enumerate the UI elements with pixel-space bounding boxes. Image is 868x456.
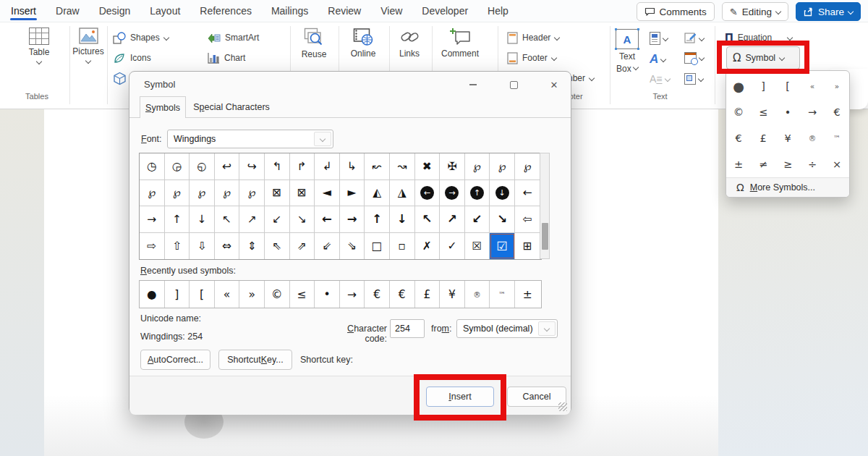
symbol-cell[interactable]: ✠ bbox=[440, 153, 465, 180]
font-dropdown[interactable]: Wingdings bbox=[167, 130, 333, 148]
character-code-input[interactable] bbox=[390, 319, 425, 338]
share-button[interactable]: Share bbox=[796, 2, 861, 21]
cancel-button[interactable]: Cancel bbox=[507, 387, 566, 407]
symbol-cell[interactable]: ⊠ bbox=[265, 180, 290, 207]
symbol-cell[interactable]: ↖ bbox=[215, 206, 240, 233]
symbol-cell[interactable]: ⇙ bbox=[315, 233, 340, 260]
symbol-cell[interactable]: ↝ bbox=[390, 153, 415, 180]
symbol-cell[interactable]: ☑ bbox=[490, 233, 515, 260]
symbol-cell[interactable]: ⊞ bbox=[515, 233, 540, 260]
shapes-button[interactable]: Shapes bbox=[113, 30, 169, 45]
recent-symbol-cell[interactable]: ® bbox=[465, 281, 490, 308]
symbol-cell[interactable]: ↳ bbox=[340, 153, 365, 180]
panel-symbol-cell[interactable]: → bbox=[800, 99, 825, 125]
panel-symbol-cell[interactable]: • bbox=[775, 99, 800, 125]
symbol-cell[interactable]: ↜ bbox=[365, 153, 390, 180]
comment-button[interactable]: Comment bbox=[437, 28, 483, 59]
scrollbar-thumb[interactable] bbox=[542, 223, 548, 250]
recent-symbol-cell[interactable]: ● bbox=[140, 281, 165, 308]
panel-symbol-cell[interactable]: ™ bbox=[825, 125, 849, 151]
panel-symbol-cell[interactable]: ≠ bbox=[751, 151, 775, 177]
menu-tab[interactable]: Layout bbox=[149, 2, 181, 20]
symbol-cell[interactable]: ℘ bbox=[215, 180, 240, 207]
footer-button[interactable]: Footer bbox=[507, 51, 556, 65]
symbol-cell[interactable]: ℘ bbox=[465, 153, 490, 180]
symbol-cell[interactable]: ◶ bbox=[165, 153, 190, 180]
recent-symbol-cell[interactable]: ≤ bbox=[290, 281, 315, 308]
menu-tab[interactable]: View bbox=[380, 2, 403, 20]
symbol-cell[interactable]: ↑ bbox=[165, 206, 190, 233]
symbol-cell[interactable]: ← bbox=[515, 180, 540, 207]
symbol-cell[interactable]: ℘ bbox=[515, 153, 540, 180]
recent-symbol-cell[interactable]: € bbox=[390, 281, 415, 308]
symbol-cell[interactable]: ⇗ bbox=[290, 233, 315, 260]
panel-symbol-cell[interactable]: £ bbox=[751, 125, 775, 151]
symbol-cell[interactable]: ⇖ bbox=[265, 233, 290, 260]
symbol-cell[interactable]: ⇩ bbox=[190, 233, 215, 260]
object-button[interactable] bbox=[684, 73, 703, 85]
recent-symbol-cell[interactable]: → bbox=[340, 281, 365, 308]
symbol-cell[interactable]: ↗ bbox=[239, 206, 265, 233]
panel-symbol-cell[interactable]: ] bbox=[751, 73, 775, 99]
panel-symbol-cell[interactable]: ® bbox=[800, 125, 825, 151]
recent-symbol-cell[interactable]: ™ bbox=[490, 281, 515, 308]
symbol-cell[interactable]: ✓ bbox=[440, 233, 465, 260]
tab-special-characters[interactable]: Special Characters bbox=[186, 96, 277, 118]
panel-symbol-cell[interactable]: ± bbox=[726, 151, 751, 177]
menu-tab[interactable]: References bbox=[199, 2, 252, 20]
recent-symbol-cell[interactable]: [ bbox=[190, 281, 215, 308]
reuse-files-button[interactable]: Reuse bbox=[295, 28, 333, 59]
recent-symbol-cell[interactable]: « bbox=[215, 281, 240, 308]
menu-tab[interactable]: Design bbox=[98, 2, 132, 20]
symbol-cell[interactable]: ℘ bbox=[239, 180, 265, 207]
recent-symbol-cell[interactable]: ] bbox=[165, 281, 190, 308]
comments-button[interactable]: Comments bbox=[637, 2, 715, 21]
panel-symbol-cell[interactable]: € bbox=[825, 99, 849, 125]
symbol-cell[interactable]: ↓ bbox=[190, 206, 215, 233]
symbol-cell[interactable]: ↖ bbox=[415, 206, 441, 233]
symbol-cell[interactable]: ← bbox=[415, 180, 441, 207]
symbol-cell[interactable]: ↘ bbox=[490, 206, 515, 233]
symbol-cell[interactable]: ◵ bbox=[190, 153, 215, 180]
symbol-cell[interactable]: ► bbox=[340, 180, 365, 207]
menu-tab[interactable]: Insert bbox=[10, 2, 37, 20]
from-dropdown[interactable]: Symbol (decimal) bbox=[456, 319, 558, 338]
symbol-cell[interactable]: ↓ bbox=[390, 206, 415, 233]
symbol-cell[interactable]: ◭ bbox=[365, 180, 390, 207]
symbol-cell[interactable]: ↑ bbox=[365, 206, 390, 233]
symbol-cell[interactable]: ⊠ bbox=[290, 180, 315, 207]
symbol-cell[interactable]: ↘ bbox=[290, 206, 315, 233]
more-symbols-item[interactable]: Ω More Symbols... bbox=[726, 177, 849, 197]
symbol-cell[interactable]: ✖ bbox=[415, 153, 441, 180]
symbol-cell[interactable]: → bbox=[340, 206, 365, 233]
minimize-button[interactable] bbox=[462, 77, 484, 92]
panel-symbol-cell[interactable]: ≤ bbox=[751, 99, 775, 125]
symbol-cell[interactable]: ↙ bbox=[265, 206, 290, 233]
table-button[interactable]: Table bbox=[20, 28, 58, 64]
close-button[interactable]: ✕ bbox=[543, 77, 565, 92]
panel-symbol-cell[interactable]: × bbox=[825, 151, 849, 177]
symbol-cell[interactable]: → bbox=[440, 180, 465, 207]
symbol-cell[interactable]: ↙ bbox=[465, 206, 490, 233]
panel-symbol-cell[interactable]: » bbox=[825, 73, 849, 99]
symbol-cell[interactable]: ↑ bbox=[465, 180, 490, 207]
panel-symbol-cell[interactable]: ≥ bbox=[775, 151, 800, 177]
signature-line-button[interactable] bbox=[684, 32, 704, 44]
symbol-cell[interactable]: ↪ bbox=[239, 153, 265, 180]
symbol-cell[interactable]: ↰ bbox=[265, 153, 290, 180]
autocorrect-button[interactable]: AutoCorrect... bbox=[140, 350, 210, 370]
resize-grip[interactable] bbox=[558, 402, 567, 411]
symbol-cell[interactable]: ↓ bbox=[490, 180, 515, 207]
recent-symbol-cell[interactable]: € bbox=[365, 281, 390, 308]
menu-tab[interactable]: Draw bbox=[55, 2, 80, 20]
recent-symbol-cell[interactable]: » bbox=[239, 281, 265, 308]
drop-cap-button[interactable]: A≡ bbox=[650, 73, 670, 85]
symbol-cell[interactable]: ⇧ bbox=[165, 233, 190, 260]
panel-symbol-cell[interactable]: ¥ bbox=[775, 125, 800, 151]
icons-button[interactable]: Icons bbox=[113, 51, 151, 65]
online-videos-button[interactable]: Online bbox=[344, 28, 382, 59]
symbol-cell[interactable]: ℘ bbox=[490, 153, 515, 180]
symbol-cell[interactable]: ↲ bbox=[315, 153, 340, 180]
text-box-button[interactable]: A Text Box bbox=[612, 29, 642, 74]
symbol-cell[interactable]: ↩ bbox=[215, 153, 240, 180]
